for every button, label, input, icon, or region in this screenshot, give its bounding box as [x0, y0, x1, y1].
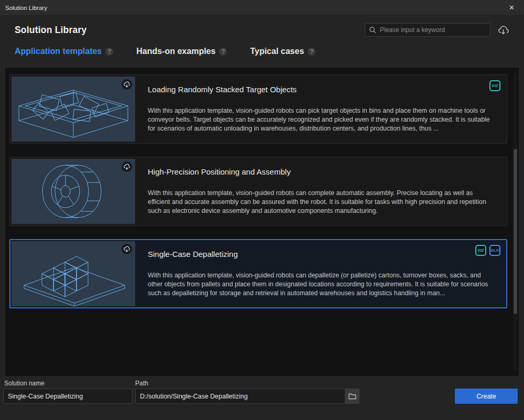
window-title: Solution Library	[5, 5, 47, 11]
header-actions	[365, 23, 509, 37]
mech-dlk-badge: DLK	[489, 245, 500, 256]
browse-folder-button[interactable]	[345, 389, 359, 404]
titlebar: Solution Library ✕	[0, 0, 524, 16]
tab-label: Application templates	[15, 47, 102, 56]
path-input[interactable]	[135, 389, 345, 404]
mech-viz-badge: VIZ	[489, 80, 500, 91]
create-button[interactable]: Create	[455, 389, 518, 404]
cloud-download-badge-icon	[122, 244, 132, 254]
card-title: Loading Randomly Stacked Target Objects	[148, 84, 497, 95]
search-input[interactable]	[365, 23, 490, 37]
card-thumbnail	[12, 241, 135, 306]
card-title: High-Precision Positioning and Assembly	[148, 167, 497, 177]
card-thumbnail	[12, 77, 135, 142]
cloud-download-icon[interactable]	[497, 24, 509, 36]
header: Solution Library	[0, 16, 524, 38]
solution-name-input[interactable]	[3, 389, 133, 404]
path-field	[135, 389, 359, 404]
card-body: Loading Randomly Stacked Target Objects …	[135, 77, 505, 142]
tire-wireframe-illustration	[12, 159, 135, 224]
help-icon[interactable]: ?	[219, 48, 227, 56]
template-card-high-precision-assembly[interactable]: High-Precision Positioning and Assembly …	[9, 157, 507, 226]
cloud-download-badge-icon	[122, 79, 132, 90]
scrollbar-track[interactable]	[514, 73, 517, 371]
card-title: Single-Case Depalletizing	[148, 249, 497, 260]
tab-typical-cases[interactable]: Typical cases ?	[250, 47, 315, 56]
mech-viz-badge: VIZ	[475, 245, 486, 256]
card-badges: VIZ DLK	[475, 245, 500, 256]
footer: Solution name Path Create	[0, 378, 524, 420]
card-thumbnail	[12, 159, 135, 224]
help-icon[interactable]: ?	[105, 48, 113, 56]
search-box	[365, 23, 490, 37]
tab-bar: Application templates ? Hands-on example…	[0, 38, 524, 62]
template-card-single-case-depalletizing[interactable]: Single-Case Depalletizing With this appl…	[9, 239, 507, 308]
card-body: Single-Case Depalletizing With this appl…	[135, 241, 505, 306]
card-description: With this application template, vision-g…	[148, 106, 497, 133]
page-title: Solution Library	[15, 25, 86, 36]
search-icon	[369, 26, 376, 34]
path-label: Path	[135, 380, 148, 387]
bin-wireframe-illustration	[12, 77, 135, 142]
card-badges: VIZ	[489, 80, 500, 91]
tab-application-templates[interactable]: Application templates ?	[15, 47, 113, 56]
card-body: High-Precision Positioning and Assembly …	[135, 159, 505, 224]
solution-name-label: Solution name	[4, 380, 45, 387]
pallet-wireframe-illustration	[12, 241, 135, 306]
tab-label: Hands-on examples	[136, 47, 215, 56]
close-icon[interactable]: ✕	[505, 3, 519, 13]
card-description: With this application template, vision-g…	[148, 271, 497, 297]
cloud-download-badge-icon	[122, 161, 132, 172]
help-icon[interactable]: ?	[308, 48, 315, 56]
template-card-loading-randomly-stacked[interactable]: Loading Randomly Stacked Target Objects …	[9, 74, 507, 144]
card-description: With this application template, vision-g…	[148, 189, 497, 215]
folder-icon	[348, 393, 356, 400]
tab-label: Typical cases	[250, 47, 304, 56]
solution-library-dialog: Solution Library ✕ Solution Library	[0, 0, 524, 376]
template-list: Loading Randomly Stacked Target Objects …	[5, 68, 519, 376]
tab-hands-on-examples[interactable]: Hands-on examples ?	[136, 47, 227, 56]
scrollbar-thumb[interactable]	[514, 149, 517, 314]
